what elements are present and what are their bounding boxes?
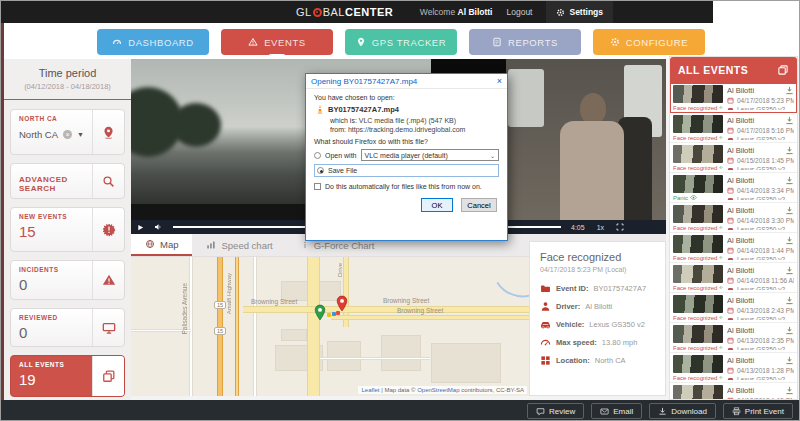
event-date: 04/14/2018 3:30 PM (737, 217, 794, 224)
cancel-button[interactable]: Cancel (461, 198, 497, 212)
open-with-radio[interactable] (314, 152, 321, 159)
start-marker-pin[interactable] (313, 304, 327, 321)
event-list-item[interactable]: Face recognized Al Bilotti 04/14/2018 1:… (670, 233, 797, 263)
event-list-item[interactable]: Face recognized Al Bilotti 04/14/2018 11… (670, 263, 797, 293)
playback-rate[interactable]: 1x (597, 224, 604, 231)
settings-link[interactable]: Settings (546, 1, 613, 23)
open-with-label: Open with (325, 152, 357, 159)
tab-events[interactable]: EVENTS (221, 29, 333, 55)
all-events-title: ALL EVENTS (678, 64, 748, 76)
download-icon[interactable] (785, 176, 794, 185)
tab-configure[interactable]: CONFIGURE (593, 29, 705, 55)
download-icon[interactable] (785, 386, 794, 395)
logout-link[interactable]: Logout (506, 7, 532, 17)
save-file-option[interactable]: Save File (314, 164, 499, 177)
speedometer-icon (112, 37, 122, 47)
calendar-icon (727, 157, 734, 164)
counter-incidents[interactable]: INCIDENTS 0 (10, 260, 125, 300)
osm-link[interactable]: OpenStreetMap (417, 387, 459, 393)
event-list-item[interactable]: Face recognized Al Bilotti 04/17/2018 5:… (670, 83, 797, 113)
download-icon[interactable] (785, 116, 794, 125)
event-list-item[interactable]: Face recognized Al Bilotti 04/13/2018 2:… (670, 293, 797, 323)
event-thumbnail (673, 265, 723, 283)
event-list-item[interactable]: Face recognized Al Bilotti 04/15/2018 1:… (670, 143, 797, 173)
event-list-item[interactable]: Face recognized Al Bilotti 04/14/2018 3:… (670, 203, 797, 233)
counter-reviewed[interactable]: REVIEWED 0 (10, 308, 125, 347)
review-button[interactable]: Review (527, 403, 584, 419)
download-icon (658, 407, 667, 416)
counter-new-events[interactable]: NEW EVENTS 15 (10, 207, 125, 252)
event-list-item[interactable]: Panic Al Bilotti 04/14/2018 3:34 PM Lexu… (670, 173, 797, 203)
event-list-item[interactable]: Face recognized Al Bilotti 04/17/2018 5:… (670, 113, 797, 143)
clear-region-icon[interactable]: × (63, 130, 72, 139)
advanced-search-card[interactable]: ADVANCED SEARCH (10, 163, 125, 199)
street-label: Browning Street (251, 298, 297, 305)
open-with-select[interactable]: VLC media player (default)⌄ (361, 149, 499, 161)
calendar-icon (727, 307, 734, 314)
window-shape (508, 69, 544, 127)
leaflet-link[interactable]: Leaflet (361, 387, 379, 393)
eye-icon (719, 224, 723, 231)
do-automatically-checkbox[interactable] (314, 183, 321, 190)
end-marker-pin[interactable] (335, 295, 349, 312)
tab-speed-chart[interactable]: Speed chart (192, 234, 286, 256)
download-icon[interactable] (785, 326, 794, 335)
chevron-down-icon[interactable]: ▼ (77, 131, 84, 138)
copy-icon (102, 369, 116, 383)
download-icon[interactable] (785, 146, 794, 155)
event-thumbnail (673, 385, 723, 399)
dialog-titlebar[interactable]: Opening BY01757427A7.mp4 × (306, 74, 507, 89)
event-type-label: Face recognized (673, 165, 717, 171)
calendar-icon (727, 367, 734, 374)
close-icon[interactable]: × (497, 77, 502, 86)
download-icon[interactable] (785, 296, 794, 305)
calendar-icon (727, 217, 734, 224)
map-building (281, 329, 307, 341)
highway-shield: 15 (214, 301, 226, 309)
dialog-title: Opening BY01757427A7.mp4 (311, 77, 417, 86)
map-river (487, 257, 529, 304)
event-date: 04/14/2018 11:56 AM (737, 277, 794, 284)
download-icon[interactable] (785, 266, 794, 275)
driver-body (560, 121, 624, 220)
event-driver-name: Al Bilotti (727, 236, 794, 245)
event-driver-name: Al Bilotti (727, 356, 794, 365)
event-thumbnail (673, 85, 723, 103)
event-list-item[interactable]: Face recognized Al Bilotti 04/13/2018 1:… (670, 353, 797, 383)
ok-button[interactable]: OK (421, 198, 453, 212)
map-attribution: Leaflet | Map data © OpenStreetMap contr… (358, 386, 527, 394)
fullscreen-icon (616, 223, 624, 231)
save-file-radio[interactable] (317, 167, 324, 174)
printer-icon (732, 407, 741, 416)
tab-gps-tracker[interactable]: GPS TRACKER (345, 29, 457, 55)
street-label: Browning Street (383, 297, 429, 304)
event-driver-name: Al Bilotti (727, 296, 794, 305)
print-event-button[interactable]: Print Event (723, 403, 793, 419)
event-vehicle: Lexus GS350 v2 (737, 316, 785, 320)
topbar-corner (711, 1, 799, 23)
logo-text-bal: BAL (323, 6, 345, 18)
map-canvas[interactable]: Palisades Avenue Amalfi Highway Drive Br… (131, 257, 529, 396)
region-selector-card[interactable]: NORTH CA North CA × ▼ (10, 109, 125, 155)
event-date: 04/13/2018 1:15 PM (737, 397, 794, 399)
download-icon[interactable] (785, 86, 794, 95)
download-icon[interactable] (785, 236, 794, 245)
counter-all-events[interactable]: ALL EVENTS 19 (10, 355, 125, 397)
region-label: NORTH CA (19, 115, 92, 122)
download-button[interactable]: Download (649, 403, 716, 419)
tab-map[interactable]: Map (131, 234, 192, 256)
tab-reports[interactable]: REPORTS (469, 29, 581, 55)
event-list-item[interactable]: Face recognized Al Bilotti 04/13/2018 1:… (670, 383, 797, 399)
event-list-item[interactable]: Face recognized Al Bilotti 04/13/2018 2:… (670, 323, 797, 353)
volume-button[interactable] (149, 223, 167, 231)
car-icon (727, 316, 734, 320)
tab-dashboard[interactable]: DASHBOARD (97, 29, 209, 55)
pages-icon[interactable] (777, 64, 789, 76)
configure-gear-icon (610, 37, 620, 47)
email-button[interactable]: Email (591, 403, 642, 419)
download-icon[interactable] (785, 206, 794, 215)
play-button[interactable] (131, 224, 149, 231)
download-icon[interactable] (785, 356, 794, 365)
fullscreen-button[interactable] (616, 223, 624, 231)
car-icon (727, 106, 734, 110)
